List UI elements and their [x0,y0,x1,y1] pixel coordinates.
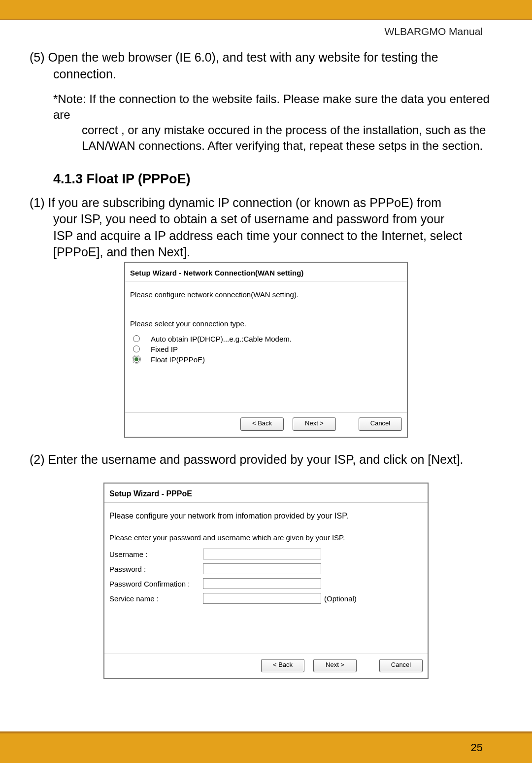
manual-page: WLBARGMO Manual (5) Open the web browser… [0,0,532,763]
note-line1: *Note: If the connection to the website … [53,91,502,122]
page-content: (5) Open the web browser (IE 6.0), and t… [0,20,532,679]
wizard2-footer: < Back Next > Cancel [104,654,428,678]
step-5-line2: connection. [53,66,502,83]
radio-label-dhcp: Auto obtain IP(DHCP)...e.g.:Cable Modem. [151,335,292,343]
wizard1-body: Please select your connection type. Auto… [125,304,407,412]
next-button[interactable]: Next > [293,417,336,431]
radio-label-pppoe: Float IP(PPPoE) [151,355,205,364]
radio-icon[interactable] [133,335,140,342]
radio-row-fixed[interactable]: Fixed IP [133,345,402,353]
wizard1-radio-list: Auto obtain IP(DHCP)...e.g.:Cable Modem.… [130,335,402,364]
step-413-1-l3: ISP and acquire a IP address each time y… [53,228,502,244]
back-button[interactable]: < Back [261,659,304,672]
wizard2-subtitle: Please configure your network from infom… [104,503,428,525]
note-line3: LAN/WAN connections. After verifying tha… [82,138,502,154]
wizard1-prompt: Please select your connection type. [130,319,402,328]
radio-row-dhcp[interactable]: Auto obtain IP(DHCP)...e.g.:Cable Modem. [133,335,402,343]
note-line2: correct , or any mistake occured in the … [82,122,502,138]
input-password-confirm[interactable] [203,578,321,589]
label-service-name: Service name : [109,594,203,603]
step-5: (5) Open the web browser (IE 6.0), and t… [30,49,502,82]
wizard-wan-setting: Setup Wizard - Network Connection(WAN se… [124,262,408,438]
label-password: Password : [109,565,203,573]
step-413-1-l2: your ISP, you need to obtain a set of us… [53,211,502,228]
next-button[interactable]: Next > [313,659,357,672]
step-413-1-l1: (1) If you are subscribing dynamic IP co… [30,195,502,211]
wizard1-subtitle: Please configure network connection(WAN … [125,281,407,304]
cancel-button[interactable]: Cancel [359,417,402,431]
page-number: 25 [471,741,483,754]
label-username: Username : [109,550,203,558]
step-413-1: (1) If you are subscribing dynamic IP co… [30,195,502,261]
manual-header-label: WLBARGMO Manual [384,26,483,37]
radio-icon[interactable] [133,346,140,352]
label-optional: (Optional) [321,594,423,603]
back-button[interactable]: < Back [240,417,284,431]
radio-row-pppoe[interactable]: Float IP(PPPoE) [133,355,402,364]
wizard2-body: Please enter your password and username … [104,525,428,654]
radio-label-fixed: Fixed IP [151,345,178,353]
input-service-name[interactable] [203,593,321,604]
section-heading-413: 4.1.3 Float IP (PPPoE) [53,172,502,187]
bottom-orange-bar [0,731,532,763]
wizard-pppoe: Setup Wizard - PPPoE Please configure yo… [103,483,429,679]
step-413-1-l4: [PPPoE], and then Next]. [53,244,502,261]
input-password[interactable] [203,563,321,574]
cancel-button[interactable]: Cancel [379,659,423,672]
step-413-2: (2) Enter the username and password prov… [30,451,502,468]
wizard2-form: Username : Password : Password Confirmat… [109,549,423,604]
step-413-2-text: (2) Enter the username and password prov… [30,451,502,468]
input-username[interactable] [203,549,321,559]
step-5-line1: (5) Open the web browser (IE 6.0), and t… [30,49,502,66]
top-orange-bar [0,0,532,20]
wizard1-title: Setup Wizard - Network Connection(WAN se… [125,263,407,281]
label-password-confirm: Password Confirmation : [109,580,203,588]
radio-icon-checked[interactable] [133,356,140,363]
wizard2-title: Setup Wizard - PPPoE [104,484,428,503]
wizard2-prompt: Please enter your password and username … [109,533,423,542]
wizard1-footer: < Back Next > Cancel [125,412,407,437]
note-block: *Note: If the connection to the website … [53,91,502,154]
